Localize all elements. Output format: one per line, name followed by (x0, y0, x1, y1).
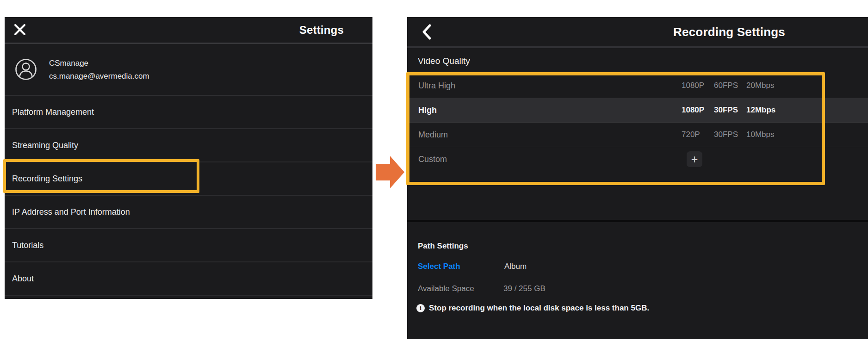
info-icon: i (416, 304, 425, 312)
menu-item-label: Tutorials (12, 241, 43, 250)
quality-label: High (418, 106, 437, 115)
quality-resolution: 720P (682, 130, 700, 139)
quality-framerate: 30FPS (714, 106, 738, 115)
settings-title: Settings (299, 24, 344, 37)
account-email: cs.manage@avermedia.com (49, 72, 149, 80)
quality-label: Ultra High (418, 81, 455, 91)
section-divider (407, 220, 868, 222)
quality-label: Medium (418, 130, 448, 140)
disk-space-note: i Stop recording when the local disk spa… (416, 304, 649, 313)
quality-bitrate: 10Mbps (746, 130, 774, 139)
menu-item-label: Platform Management (12, 107, 94, 117)
video-quality-list: Ultra High 1080P 60FPS 20Mbps High 1080P… (407, 74, 868, 171)
menu-item-label: IP Address and Port Information (12, 207, 130, 217)
recording-settings-header: Recording Settings (407, 17, 868, 48)
available-space-value: 39 / 255 GB (503, 284, 546, 293)
account-row[interactable]: CSmanage cs.manage@avermedia.com (5, 44, 372, 96)
disk-space-note-text: Stop recording when the local disk space… (429, 304, 649, 313)
settings-panel: Settings CSmanage cs.manage@avermedia.co… (5, 17, 372, 299)
select-path-link[interactable]: Select Path (418, 262, 460, 271)
path-settings-heading: Path Settings (418, 242, 468, 251)
menu-item-ip-address-port[interactable]: IP Address and Port Information (5, 196, 372, 229)
menu-item-label: About (12, 274, 34, 284)
quality-label: Custom (418, 155, 447, 164)
quality-framerate: 60FPS (714, 81, 738, 90)
quality-option-medium[interactable]: Medium 720P 30FPS 10Mbps (407, 123, 868, 147)
menu-item-recording-settings[interactable]: Recording Settings (5, 162, 372, 196)
quality-resolution: 1080P (682, 81, 704, 90)
quality-bitrate: 12Mbps (746, 106, 775, 115)
menu-item-streaming-quality[interactable]: Streaming Quality (5, 129, 372, 162)
avatar-icon (15, 58, 37, 81)
account-info: CSmanage cs.manage@avermedia.com (49, 59, 149, 80)
selected-path-value: Album (504, 262, 527, 271)
quality-option-high[interactable]: High 1080P 30FPS 12Mbps (407, 98, 868, 123)
settings-header: Settings (5, 17, 372, 44)
video-quality-section-label: Video Quality (418, 48, 470, 74)
quality-option-custom[interactable]: Custom + (407, 147, 868, 171)
quality-bitrate: 20Mbps (746, 81, 774, 90)
recording-settings-panel: Recording Settings Video Quality Ultra H… (407, 17, 868, 339)
available-space-label: Available Space (418, 284, 474, 293)
menu-item-tutorials[interactable]: Tutorials (5, 229, 372, 262)
menu-item-label: Streaming Quality (12, 141, 78, 150)
account-name: CSmanage (49, 59, 149, 67)
quality-framerate: 30FPS (714, 130, 738, 139)
back-chevron-icon[interactable] (422, 24, 432, 40)
menu-item-platform-management[interactable]: Platform Management (5, 96, 372, 129)
right-arrow-icon (376, 156, 404, 189)
quality-option-ultra-high[interactable]: Ultra High 1080P 60FPS 20Mbps (407, 74, 868, 98)
add-custom-quality-button[interactable]: + (687, 151, 702, 167)
recording-settings-title: Recording Settings (673, 25, 785, 39)
quality-resolution: 1080P (682, 106, 704, 115)
close-icon[interactable] (14, 24, 26, 36)
settings-menu: Platform Management Streaming Quality Re… (5, 96, 372, 296)
menu-item-label: Recording Settings (12, 174, 82, 184)
menu-item-about[interactable]: About (5, 262, 372, 296)
